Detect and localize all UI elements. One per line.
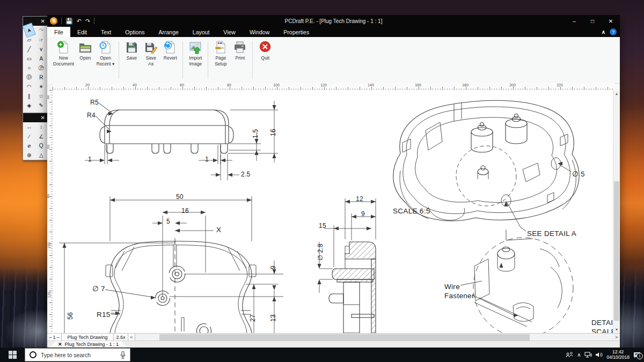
dim-diagonal-tool[interactable]: ∕	[23, 132, 35, 142]
clock[interactable]: 12:42 04/10/2018	[606, 350, 630, 360]
arc-tool[interactable]: ◠	[23, 82, 35, 92]
document-tab-row: ✕ Plug Tech Drawing - 1 : 1	[47, 341, 620, 348]
close-icon[interactable]: ✕	[41, 115, 45, 121]
ruler-number: 220	[557, 83, 563, 87]
dim-vertical-tool[interactable]: ↕	[35, 122, 48, 132]
menu-window[interactable]: Window	[243, 27, 276, 37]
dimension-label: 5	[166, 218, 170, 225]
save-icon	[125, 40, 138, 54]
volume-icon[interactable]	[596, 352, 603, 358]
dim-slope-tool[interactable]: △	[35, 151, 48, 160]
ruler-number: 100	[47, 242, 51, 249]
bezier-tool[interactable]: ✶	[35, 82, 48, 92]
page-navigator[interactable]: ‒1‒	[47, 334, 62, 341]
polyline-tool[interactable]: ∨	[35, 45, 48, 54]
redo-icon[interactable]: ↷	[85, 18, 90, 24]
close-button[interactable]: ✕	[602, 15, 620, 27]
ruler-number: 60	[180, 83, 184, 87]
ruler-number: 160	[415, 83, 421, 87]
horizontal-scroll-thumb[interactable]	[159, 334, 530, 341]
center-mark-tool[interactable]: ⊕	[23, 151, 35, 160]
menu-text[interactable]: Text	[94, 27, 118, 37]
show-hidden-icons-chevron[interactable]: ∧	[577, 352, 581, 358]
horizontal-scrollbar[interactable]	[135, 334, 613, 341]
dimension-label: 1.5	[252, 129, 259, 138]
taskbar-search-input[interactable]: Type here to search	[25, 348, 130, 361]
star-tool[interactable]: ☆	[35, 92, 48, 101]
dimension-label: 16	[269, 129, 277, 136]
menu-edit[interactable]: Edit	[70, 27, 94, 37]
dim-radius-tool[interactable]: Q	[35, 141, 48, 151]
quit-icon	[258, 40, 272, 54]
dimension-label: SCALE	[591, 328, 614, 333]
microphone-icon[interactable]	[120, 351, 126, 359]
quit-button[interactable]: Quit	[257, 40, 273, 61]
text-tool[interactable]: A	[35, 54, 48, 64]
revert-button[interactable]: Revert	[162, 40, 178, 61]
menu-view[interactable]: View	[216, 27, 243, 37]
dim-angle-tool[interactable]: ∠	[35, 132, 48, 142]
tab-close-icon[interactable]: ✕	[58, 342, 62, 347]
toolbar-button-label: Open	[79, 55, 91, 61]
drawing-canvas[interactable]: R5R4161.5112.5SCALE 6:5∅ 5SEE DETAIL A50…	[53, 90, 614, 333]
save-as-icon	[144, 40, 158, 54]
page-setup-button[interactable]: MANAGEPageSetup	[213, 40, 229, 67]
vertical-scroll-thumb[interactable]	[614, 181, 619, 321]
toolbar-button-label: PageSetup	[215, 55, 226, 67]
horizontal-ruler: 20406080100120140160180200220	[53, 83, 614, 91]
menu-options[interactable]: Options	[118, 27, 151, 37]
rectangle-tool[interactable]: ▭	[23, 54, 35, 64]
network-icon[interactable]	[584, 352, 592, 358]
ruler-number: 80	[227, 83, 231, 87]
polygon-tool[interactable]: Ⓟ	[35, 63, 48, 73]
undo-icon[interactable]: ↶	[77, 18, 82, 24]
scroll-up-icon[interactable]: ▲	[613, 90, 620, 97]
open-icon	[78, 40, 92, 54]
save-icon[interactable]: 💾	[65, 18, 73, 24]
action-center-icon[interactable]: 1	[633, 352, 641, 358]
collapse-ribbon-icon[interactable]: ∧	[602, 29, 605, 35]
people-icon[interactable]	[566, 352, 573, 358]
line-tool[interactable]: ╱	[23, 45, 35, 54]
scroll-right-icon[interactable]: >	[613, 334, 620, 341]
document-name-box[interactable]: Plug Tech Drawing	[62, 334, 114, 341]
menu-arrange[interactable]: Arrange	[151, 27, 185, 37]
scroll-down-icon[interactable]: ▼	[613, 326, 620, 333]
parallel-line-tool[interactable]: ∥	[23, 92, 35, 101]
rounded-rect-tool[interactable]: Ⓓ	[23, 73, 35, 83]
open-button[interactable]: Open	[77, 40, 93, 61]
dimension-label: 12	[356, 195, 363, 203]
eyedropper-tool[interactable]: ✎	[35, 101, 48, 110]
close-icon[interactable]: ✕	[41, 19, 45, 24]
rotate-tool[interactable]: ↷	[35, 26, 48, 35]
import-image-button[interactable]: ImportImage	[187, 40, 203, 67]
freehand-tool[interactable]: R	[35, 73, 48, 83]
help-icon[interactable]: ?	[610, 28, 617, 35]
vertical-scrollbar[interactable]: ▲ ▼	[613, 90, 620, 333]
pan-tool[interactable]: ☞	[35, 35, 48, 45]
menu-file[interactable]: File	[47, 27, 70, 37]
start-button[interactable]	[0, 348, 25, 362]
dim-horizontal-tool[interactable]: ↔	[23, 122, 35, 132]
dimension-label: ∅ 5	[572, 169, 585, 178]
open-recent-button[interactable]: OpenRecent ▾	[97, 40, 115, 67]
dim-diameter-tool[interactable]: ⌀	[23, 141, 35, 151]
dimension-label: 9	[269, 265, 277, 269]
toolbar-button-label: Save	[127, 55, 137, 61]
symbol-tool[interactable]: ◈	[23, 101, 35, 110]
menu-properties[interactable]: Properties	[276, 27, 316, 37]
minimize-button[interactable]: –	[565, 15, 583, 27]
print-button[interactable]: Print	[232, 40, 248, 61]
save-as-button[interactable]: SaveAs	[143, 40, 159, 67]
zoom-indicator[interactable]: 2.6x	[114, 334, 128, 341]
save-button[interactable]: Save	[123, 40, 140, 61]
ellipse-tool[interactable]: ○	[23, 63, 35, 73]
palette-titlebar: ✕	[23, 113, 47, 122]
scroll-left-icon[interactable]: <	[128, 334, 135, 341]
app-logo-icon[interactable]: ⚗	[50, 17, 57, 25]
dimension-label: R4	[87, 112, 96, 119]
menu-layout[interactable]: Layout	[186, 27, 217, 37]
dimension-label: 1	[88, 156, 92, 163]
new-document-button[interactable]: NewDocument	[53, 40, 74, 67]
maximize-button[interactable]: □	[583, 15, 602, 27]
